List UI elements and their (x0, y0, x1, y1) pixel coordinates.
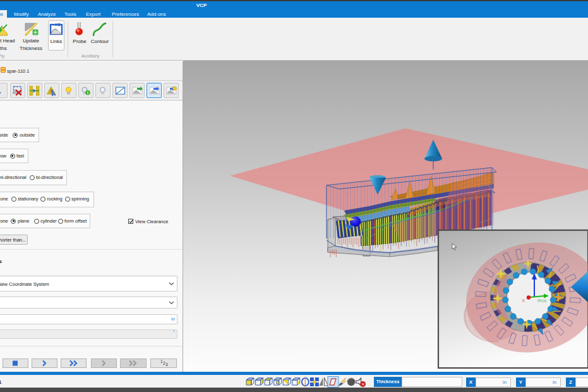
svg-text:Ros: Ros (537, 298, 546, 303)
svg-text:X: X (522, 298, 525, 303)
svg-text:3: 3 (165, 362, 168, 367)
svg-text:i: i (87, 90, 88, 95)
